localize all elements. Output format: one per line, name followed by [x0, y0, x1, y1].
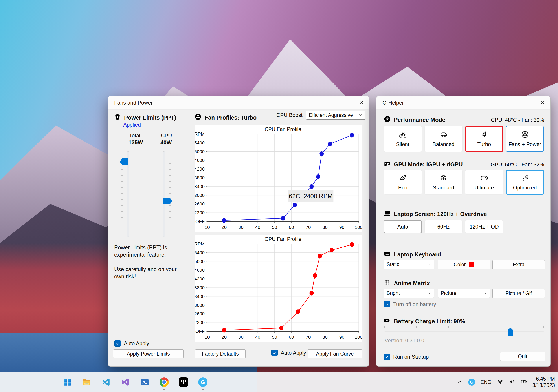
battery-charge-slider[interactable]: [384, 326, 544, 336]
apply-power-limits-button[interactable]: Apply Power Limits: [113, 349, 183, 358]
rocket-icon: [480, 130, 488, 139]
svg-text:RPM: RPM: [194, 241, 205, 246]
tidal-taskbar-button[interactable]: [176, 374, 191, 391]
svg-text:30: 30: [238, 225, 243, 230]
factory-defaults-button[interactable]: Factory Defaults: [195, 349, 245, 358]
matrix-brightness-select[interactable]: Bright: [384, 289, 434, 298]
ghelper-titlebar[interactable]: G-Helper: [376, 96, 550, 110]
matrix-picture-gif-button[interactable]: Picture / Gif: [492, 289, 545, 298]
auto-bulb-icon: [521, 174, 529, 182]
auto-apply-fan-checkbox[interactable]: [271, 350, 278, 356]
tray-clock[interactable]: 6:45 PM 3/18/2023: [532, 376, 555, 389]
standard-button[interactable]: Standard: [424, 170, 462, 195]
laptop-keyboard-header: Laptop Keyboard: [394, 251, 441, 258]
tray-language[interactable]: ENG: [480, 379, 492, 385]
tray-chevron-up-icon[interactable]: [456, 378, 463, 386]
svg-text:OFF: OFF: [195, 329, 205, 334]
matrix-brightness-value: Bright: [387, 290, 400, 296]
silent-button[interactable]: Silent: [384, 126, 422, 152]
120hz-od-button[interactable]: 120Hz + OD: [465, 220, 503, 233]
fans-window-titlebar[interactable]: Fans and Power: [108, 96, 369, 110]
matrix-mode-select[interactable]: Picture: [438, 289, 490, 298]
chrome-taskbar-button[interactable]: [157, 374, 171, 391]
checkbox-check-icon: [385, 355, 389, 359]
auto-button[interactable]: Auto: [384, 220, 422, 233]
auto-apply-power-checkbox[interactable]: [114, 340, 121, 347]
battery-slider-thumb[interactable]: [508, 328, 513, 336]
chevron-down-icon: [358, 112, 362, 118]
powershell-taskbar-button[interactable]: [138, 374, 152, 391]
fans-power-button[interactable]: Fans + Power: [506, 126, 544, 152]
svg-text:90: 90: [339, 334, 344, 340]
svg-text:50: 50: [272, 225, 277, 230]
start-taskbar-button[interactable]: [60, 374, 74, 391]
turn-off-on-battery-checkbox[interactable]: [384, 301, 390, 307]
tile-label: Fans + Power: [508, 141, 541, 147]
run-on-startup-checkbox[interactable]: [384, 354, 390, 360]
ghelper-taskbar-button[interactable]: G: [196, 374, 210, 391]
keyboard-icon: [384, 250, 391, 259]
gpu-card-icon: [384, 160, 391, 169]
battery-slider-track[interactable]: [384, 331, 544, 333]
cpu-power-slider[interactable]: [163, 151, 165, 237]
cpu-power-slider-thumb[interactable]: [164, 198, 172, 204]
svg-text:100: 100: [355, 334, 362, 340]
tile-label: Silent: [396, 141, 409, 147]
svg-text:3800: 3800: [194, 285, 205, 290]
laptop-screen-header-row: Laptop Screen: 120Hz + Overdrive: [384, 210, 487, 218]
vscode-taskbar-button[interactable]: [99, 374, 113, 391]
svg-text:4200: 4200: [194, 276, 205, 281]
gpu-mode-header-row: GPU Mode: iGPU + dGPU: [384, 160, 463, 169]
volume-icon[interactable]: [509, 378, 515, 386]
gamepad-icon: [480, 174, 488, 182]
keyboard-extra-button[interactable]: Extra: [492, 260, 545, 269]
tile-label: Ultimate: [474, 184, 494, 191]
svg-text:3400: 3400: [194, 184, 205, 189]
version-link[interactable]: Version: 0.31.0.0: [385, 337, 424, 344]
visual-studio-taskbar-button[interactable]: [118, 374, 132, 391]
eco-button[interactable]: Eco: [384, 170, 422, 195]
performance-mode-header: Performance Mode: [394, 117, 445, 123]
svg-text:50: 50: [272, 334, 277, 340]
gpu-fan-curve-chart[interactable]: 102030405060708090100OFF2200260030003400…: [194, 235, 362, 342]
checkbox-check-icon: [116, 342, 120, 345]
tray-time: 6:45 PM: [532, 376, 555, 382]
tile-label: Standard: [433, 184, 454, 191]
file-explorer-taskbar-button[interactable]: [80, 374, 94, 391]
tray-date: 3/18/2023: [532, 382, 555, 389]
fans-window-close-button[interactable]: [358, 100, 365, 106]
ultimate-button[interactable]: Ultimate: [465, 170, 503, 195]
matrix-battery-row: Turn off on battery: [384, 301, 436, 307]
turbo-button[interactable]: Turbo: [465, 126, 503, 152]
tile-label: Optimized: [513, 184, 537, 191]
cpu-boost-value: Efficient Aggressive: [309, 112, 353, 118]
svg-text:5400: 5400: [194, 250, 205, 255]
balanced-button[interactable]: Balanced: [424, 126, 462, 152]
laptop-screen-header: Laptop Screen: 120Hz + Overdrive: [394, 211, 487, 217]
60hz-button[interactable]: 60Hz: [424, 220, 462, 233]
tile-label: 60Hz: [437, 224, 450, 230]
cpu-watts-value: 40W: [160, 139, 172, 146]
laptop-screen-icon: [384, 210, 391, 218]
ghelper-close-button[interactable]: [539, 100, 546, 106]
close-icon: [540, 100, 545, 106]
auto-apply-fan-row: Auto Apply: [271, 350, 306, 356]
keyboard-mode-select[interactable]: Static: [384, 260, 434, 269]
battery-tray-icon[interactable]: [521, 378, 527, 386]
run-on-startup-row: Run on Startup: [384, 354, 429, 360]
cpu-boost-select[interactable]: Efficient Aggressive: [306, 111, 365, 119]
battery-bolt-icon: [384, 317, 391, 326]
apply-fan-curve-button[interactable]: Apply Fan Curve: [308, 349, 362, 358]
optimized-button[interactable]: Optimized: [506, 170, 544, 195]
keyboard-color-button[interactable]: Color: [438, 260, 490, 269]
wifi-icon[interactable]: [497, 378, 503, 386]
cpu-fan-curve-chart[interactable]: 102030405060708090100OFF2200260030003400…: [194, 125, 362, 232]
anime-matrix-header-row: Anime Matrix: [384, 279, 430, 288]
performance-mode-buttons: SilentBalancedTurboFans + Power: [384, 126, 544, 152]
quit-button[interactable]: Quit: [500, 352, 545, 361]
svg-text:3000: 3000: [194, 303, 205, 308]
bicycle-icon: [399, 130, 407, 139]
total-power-slider-thumb[interactable]: [120, 158, 129, 165]
tray-ghelper-icon[interactable]: G: [468, 379, 475, 386]
laptop-keyboard-header-row: Laptop Keyboard: [384, 250, 441, 259]
